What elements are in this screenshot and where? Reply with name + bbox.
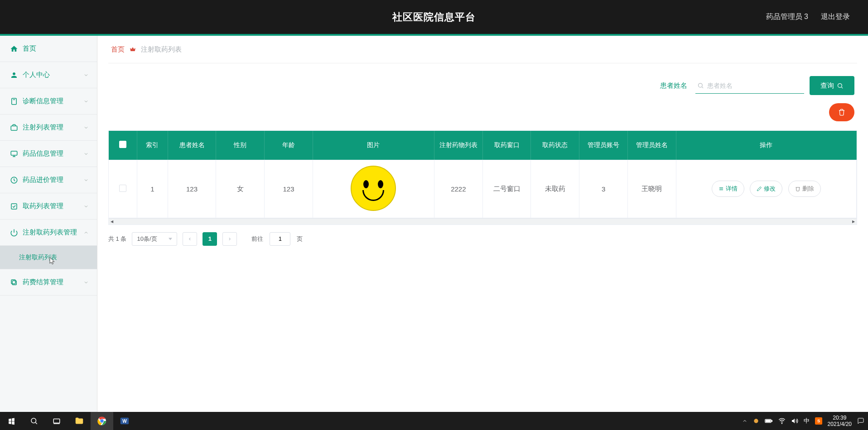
- clock-icon: [10, 176, 18, 184]
- tray-ime[interactable]: 中: [804, 417, 810, 425]
- sidebar-item-label: 首页: [23, 44, 36, 53]
- table-header: 管理员账号: [579, 131, 628, 160]
- sidebar-item-fee[interactable]: 药费结算管理: [0, 269, 97, 296]
- svg-point-9: [838, 83, 842, 87]
- tray-battery-icon[interactable]: [765, 418, 773, 424]
- next-page-button[interactable]: [222, 232, 237, 246]
- detail-button[interactable]: 详情: [712, 181, 744, 197]
- monitor-icon: [10, 150, 18, 158]
- svg-rect-16: [53, 419, 60, 423]
- user-icon: [10, 71, 18, 79]
- batch-delete-button[interactable]: [829, 103, 854, 121]
- sidebar-item-drugs[interactable]: 药品信息管理: [0, 141, 97, 167]
- sidebar-item-injection[interactable]: 注射列表管理: [0, 115, 97, 141]
- sidebar-subitem-label: 注射取药列表: [19, 253, 57, 262]
- breadcrumb-current: 注射取药列表: [141, 45, 182, 54]
- query-button-label: 查询: [820, 81, 834, 90]
- chevron-down-icon: [83, 151, 89, 157]
- chrome-icon: [97, 416, 107, 426]
- chevron-up-icon: [83, 230, 89, 235]
- tray-notifications-icon[interactable]: [857, 417, 864, 425]
- page-number-button[interactable]: 1: [203, 232, 217, 246]
- cell-meds-list: 2222: [434, 160, 482, 218]
- tray-chevron-up-icon[interactable]: [742, 418, 747, 424]
- tray-app-icon[interactable]: [753, 418, 759, 424]
- search-button[interactable]: [23, 412, 45, 430]
- chevron-down-icon: [83, 125, 89, 130]
- sidebar-item-price[interactable]: 药品进价管理: [0, 167, 97, 193]
- svg-rect-5: [12, 281, 16, 285]
- sidebar-item-pickup[interactable]: 取药列表管理: [0, 193, 97, 220]
- sidebar-item-diagnosis[interactable]: 诊断信息管理: [0, 88, 97, 115]
- filter-bar: 患者姓名 查询: [108, 76, 857, 103]
- sidebar-item-label: 取药列表管理: [23, 202, 63, 210]
- delete-button[interactable]: 删除: [788, 181, 821, 197]
- patient-name-input[interactable]: [695, 78, 804, 93]
- svg-point-14: [31, 418, 36, 423]
- table-header: 注射药物列表: [434, 131, 482, 160]
- current-user[interactable]: 药品管理员 3: [766, 12, 808, 22]
- search-icon: [697, 82, 704, 89]
- cell-ops: 详情 修改 删除: [676, 160, 856, 218]
- data-table: 索引 患者姓名 性别 年龄 图片 注射药物列表 取药窗口 取药状态 管理员账号 …: [108, 130, 857, 225]
- tray-sogou-icon[interactable]: S: [815, 417, 822, 425]
- table-header: 患者姓名: [168, 131, 216, 160]
- main-content: 首页 注射取药列表 患者姓名 查询: [97, 36, 868, 412]
- edit-button[interactable]: 修改: [750, 181, 782, 197]
- taskbar-word[interactable]: W: [113, 412, 136, 430]
- table-header: 性别: [216, 131, 265, 160]
- sidebar-item-label: 注射取药列表管理: [23, 228, 77, 237]
- table-header: 图片: [313, 131, 434, 160]
- start-button[interactable]: [0, 412, 23, 430]
- cell-admin-name: 王晓明: [627, 160, 676, 218]
- taskbar-explorer[interactable]: [68, 412, 91, 430]
- tray-clock[interactable]: 20:39 2021/4/20: [828, 415, 852, 428]
- power-icon: [10, 229, 18, 237]
- taskbar-chrome[interactable]: [91, 412, 113, 430]
- sidebar-item-label: 药费结算管理: [23, 278, 63, 287]
- trash-icon: [795, 186, 800, 191]
- table-header: 取药状态: [531, 131, 579, 160]
- sidebar-item-injection-pickup[interactable]: 注射取药列表管理: [0, 220, 97, 246]
- cell-patient-name: 123: [168, 160, 216, 218]
- goto-prefix: 前往: [251, 235, 263, 243]
- word-icon: W: [120, 416, 130, 426]
- logout-link[interactable]: 退出登录: [821, 12, 850, 22]
- edit-icon: [757, 186, 762, 191]
- prev-page-button[interactable]: [183, 232, 197, 246]
- svg-point-19: [100, 419, 103, 422]
- tray-wifi-icon[interactable]: [778, 417, 786, 425]
- svg-line-8: [702, 86, 703, 88]
- smiley-image: [351, 166, 396, 211]
- scroll-left-arrow[interactable]: ◀: [109, 219, 115, 225]
- layers-icon: [10, 278, 18, 287]
- sidebar-item-personal[interactable]: 个人中心: [0, 62, 97, 88]
- sidebar-item-label: 药品进价管理: [23, 176, 63, 184]
- briefcase-icon: [10, 124, 18, 132]
- select-all-checkbox[interactable]: [119, 141, 126, 148]
- svg-rect-25: [766, 420, 771, 422]
- page-size-select[interactable]: 10条/页: [132, 232, 177, 246]
- chevron-left-icon: [188, 237, 192, 241]
- sidebar-item-label: 个人中心: [23, 71, 50, 79]
- query-button[interactable]: 查询: [810, 76, 854, 95]
- tray-volume-icon[interactable]: [791, 417, 798, 425]
- filter-label: 患者姓名: [660, 81, 687, 90]
- row-checkbox[interactable]: [119, 185, 126, 192]
- svg-line-15: [35, 422, 37, 424]
- list-icon: [719, 186, 724, 191]
- sidebar-subitem-injection-pickup-list[interactable]: 注射取药列表: [0, 246, 97, 269]
- cell-window: 二号窗口: [482, 160, 531, 218]
- goto-page-input[interactable]: [270, 232, 290, 246]
- breadcrumb-home[interactable]: 首页: [111, 45, 125, 54]
- table-header: 取药窗口: [482, 131, 531, 160]
- svg-point-22: [754, 419, 758, 423]
- windows-icon: [8, 417, 15, 425]
- horizontal-scrollbar[interactable]: ◀ ▶: [109, 218, 857, 225]
- sidebar-item-home[interactable]: 首页: [0, 36, 97, 62]
- chevron-right-icon: [227, 237, 232, 241]
- svg-line-10: [841, 87, 843, 88]
- task-view-button[interactable]: [45, 412, 68, 430]
- scroll-right-arrow[interactable]: ▶: [850, 219, 857, 225]
- breadcrumb: 首页 注射取药列表: [97, 36, 868, 63]
